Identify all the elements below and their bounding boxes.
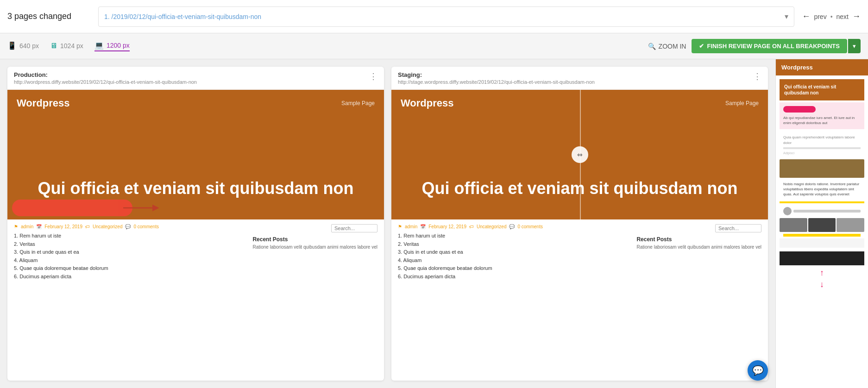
- staging-wp-search-input[interactable]: [715, 224, 761, 232]
- chat-bubble-button[interactable]: 💬: [748, 360, 768, 381]
- wp-meta: ⚑admin 📅February 12, 2019 🏷Uncategorized…: [14, 224, 159, 229]
- slider-handle[interactable]: ⇔: [572, 146, 588, 163]
- staging-below-hero: ⚑admin 📅February 12, 2019 🏷Uncategorized…: [391, 219, 768, 286]
- staging-url: http://stage.wordpress.diffy.website/201…: [398, 79, 595, 85]
- check-icon: ✔: [699, 43, 704, 50]
- thumb-up-arrow-icon[interactable]: ↑: [820, 268, 824, 278]
- production-hero: Wordpress Sample Page Qui officia et ven…: [7, 90, 384, 219]
- pages-changed-label: 3 pages changed: [7, 12, 91, 21]
- thumb-name-bar: [793, 210, 861, 213]
- staging-hero: Wordpress Sample Page Qui officia et ven…: [391, 90, 768, 219]
- next-arrow-icon[interactable]: →: [852, 12, 861, 21]
- top-bar: 3 pages changed 1. /2019/02/12/qui-offic…: [0, 0, 868, 33]
- staging-wp-brand: Wordpress: [401, 97, 454, 109]
- wp-list: 1. Rem harum ut iste 2. Veritas 3. Quis …: [14, 232, 159, 281]
- staging-panel: Staging: http://stage.wordpress.diffy.we…: [391, 67, 768, 381]
- thumb-text-block: Quia quam reprehenderit voluptatem labor…: [780, 132, 864, 158]
- wp-sample-page: Sample Page: [341, 100, 375, 106]
- red-diff-arrow: [123, 201, 160, 215]
- thumbnail-header: Wordpress: [776, 59, 868, 75]
- production-content: Wordpress Sample Page Qui officia et ven…: [7, 90, 384, 381]
- thumb-nav-arrows: ↑ ↓: [780, 265, 864, 292]
- production-label: Production:: [14, 71, 197, 78]
- thumb-headline: Qui officia et veniam sit quibusdam non: [784, 84, 860, 96]
- chat-icon: 💬: [752, 365, 764, 376]
- nav-controls: ← prev • next →: [802, 12, 861, 21]
- staging-wp-recent-posts: Recent Posts: [636, 236, 761, 243]
- red-diff-blob: [12, 200, 132, 216]
- staging-wp-sample-page: Sample Page: [725, 100, 759, 106]
- breakpoint-bar: 📱 640 px 🖥 1024 px 💻 1200 px 🔍 ZOOM IN ✔…: [0, 33, 868, 59]
- staging-wp-search-row: [636, 224, 761, 232]
- prev-arrow-icon[interactable]: ←: [802, 12, 810, 21]
- wp-search-input[interactable]: [331, 224, 377, 232]
- staging-wp-list: 1. Rem harum ut iste 2. Veritas 3. Quis …: [398, 232, 543, 281]
- staging-label: Staging:: [398, 71, 595, 78]
- mobile-icon: 📱: [7, 41, 17, 50]
- thumb-comment-block: [780, 238, 864, 248]
- prev-label: prev: [814, 13, 826, 20]
- wp-search-row: [252, 224, 377, 232]
- breakpoint-actions: 🔍 ZOOM IN ✔ FINISH REVIEW PAGE ON ALL BR…: [648, 39, 861, 53]
- red-highlight-overlay: [7, 196, 384, 219]
- chevron-down-icon: ▾: [785, 12, 788, 21]
- thumb-avatar: [783, 207, 792, 215]
- desktop-icon: 💻: [94, 41, 104, 50]
- thumbnail-content: Qui officia et veniam sit quibusdam non …: [776, 75, 868, 388]
- thumb-pink-btn: [783, 106, 816, 113]
- thumb-down-arrow-icon[interactable]: ↓: [820, 280, 824, 289]
- staging-wp-recent-text: Ratione laboriosam velit quibusdam animi…: [636, 244, 761, 250]
- finish-btn-dropdown[interactable]: ▾: [848, 39, 861, 53]
- compare-row: Production: http://wordpress.diffy.websi…: [7, 67, 768, 381]
- breakpoint-mobile[interactable]: 📱 640 px: [7, 41, 39, 51]
- thumb-comment-label: [783, 234, 861, 237]
- staging-menu-icon[interactable]: ⋮: [753, 71, 761, 81]
- staging-wp-meta: ⚑admin 📅February 12, 2019 🏷Uncategorized…: [398, 224, 543, 229]
- thumb-yellow-bar: [780, 201, 864, 203]
- finish-btn-label: FINISH REVIEW PAGE ON ALL BREAKPOINTS: [707, 43, 840, 50]
- breakpoint-tablet[interactable]: 🖥 1024 px: [50, 42, 83, 51]
- url-selector[interactable]: 1. /2019/02/12/qui-officia-et-veniam-sit…: [98, 6, 794, 27]
- staging-header: Staging: http://stage.wordpress.diffy.we…: [391, 67, 768, 90]
- thumb-mini-imgs: [780, 218, 864, 232]
- thumb-text-block-2: Nobis magni doloris ratione. Inventore p…: [780, 179, 864, 200]
- thumb-footer: [780, 251, 864, 265]
- wp-recent-text: Ratione laboriosam velit quibusdam animi…: [252, 244, 377, 250]
- tablet-label: 1024 px: [60, 42, 83, 50]
- panels-container: Production: http://wordpress.diffy.websi…: [0, 59, 775, 388]
- thumb-img-2: [808, 218, 836, 232]
- finish-review-button[interactable]: ✔ FINISH REVIEW PAGE ON ALL BREAKPOINTS: [692, 39, 847, 53]
- thumb-avatar-row: [780, 205, 864, 217]
- tablet-icon: 🖥: [50, 42, 57, 50]
- main-content: Production: http://wordpress.diffy.websi…: [0, 59, 868, 388]
- production-header: Production: http://wordpress.diffy.websi…: [7, 67, 384, 90]
- breakpoint-items: 📱 640 px 🖥 1024 px 💻 1200 px: [7, 41, 648, 51]
- thumb-img-1: [780, 218, 807, 232]
- thumb-pink-section: Ab qui repudiandae iuro amet. Et iure au…: [780, 102, 864, 129]
- wp-brand: Wordpress: [17, 97, 70, 109]
- selected-url-text: 1. /2019/02/12/qui-officia-et-veniam-sit…: [104, 13, 785, 20]
- wp-recent-posts: Recent Posts: [252, 236, 377, 243]
- thumb-img-3: [837, 218, 864, 232]
- desktop-label: 1200 px: [107, 42, 130, 49]
- staging-content: Wordpress Sample Page Qui officia et ven…: [391, 90, 768, 381]
- zoom-in-button[interactable]: 🔍 ZOOM IN: [648, 43, 686, 50]
- production-url: http://wordpress.diffy.website/2019/02/1…: [14, 79, 197, 85]
- breakpoint-desktop[interactable]: 💻 1200 px: [94, 41, 130, 51]
- nav-dot: •: [830, 13, 833, 20]
- zoom-in-label: ZOOM IN: [659, 43, 686, 50]
- production-panel: Production: http://wordpress.diffy.websi…: [7, 67, 384, 381]
- thumbnail-panel: Wordpress Qui officia et veniam sit quib…: [775, 59, 868, 388]
- next-label: next: [837, 13, 849, 20]
- production-menu-icon[interactable]: ⋮: [369, 71, 377, 81]
- wp-nav: Wordpress Sample Page: [17, 97, 375, 109]
- thumb-landscape-img: [780, 159, 864, 178]
- mobile-label: 640 px: [19, 42, 39, 50]
- production-below-hero: ⚑admin 📅February 12, 2019 🏷Uncategorized…: [7, 219, 384, 286]
- zoom-icon: 🔍: [648, 43, 656, 50]
